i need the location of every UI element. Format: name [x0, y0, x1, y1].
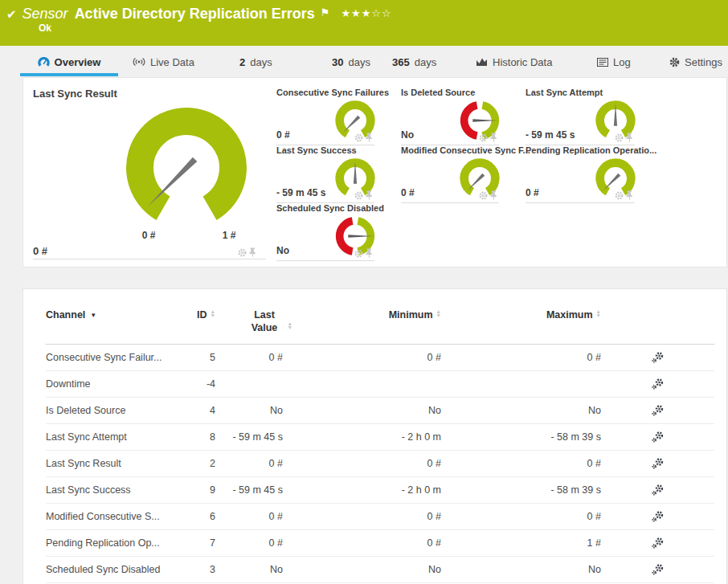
table-header-row: Channel▼ ID▲▼ Last Value▲▼ Minimum▲▼ Max… [46, 289, 714, 345]
table-row: Consecutive Sync Failur... 5 0 # 0 # 0 # [46, 345, 714, 371]
tab-log[interactable]: Log [597, 53, 631, 71]
cell-maximum: 1 # [441, 530, 601, 557]
table-row: Downtime -4 [46, 371, 714, 398]
tab-2-days[interactable]: 2days [239, 53, 272, 71]
tab-30-days[interactable]: 30days [332, 53, 370, 71]
cell-minimum: 0 # [283, 504, 441, 530]
cell-last-value: No [215, 398, 283, 424]
column-header-last-value[interactable]: Last Value▲▼ [215, 289, 283, 345]
gauge-tile-actions [238, 247, 256, 257]
tab-live-data[interactable]: Live Data [133, 53, 194, 71]
cell-channel: Scheduled Sync Disabled [46, 557, 182, 583]
cell-channel: Downtime [46, 371, 182, 398]
cell-minimum: - 2 h 0 m [283, 477, 441, 504]
status-badge: Ok [39, 22, 51, 34]
gauge-pin-icon[interactable] [490, 133, 497, 142]
channel-settings-icon[interactable] [651, 537, 665, 549]
cell-id: 4 [182, 398, 215, 424]
gauge-settings-gear-icon[interactable] [479, 191, 488, 200]
cell-actions [601, 451, 714, 477]
gauge-settings-gear-icon[interactable] [238, 248, 247, 257]
sort-arrows-icon: ▲▼ [211, 310, 215, 317]
gauge-tile-actions [479, 190, 497, 200]
table-row: Last Sync Success 9 - 59 m 45 s - 2 h 0 … [46, 477, 714, 504]
last-sync-result-gauge [112, 100, 261, 239]
priority-stars[interactable]: ★★★☆☆ [341, 7, 391, 19]
channel-settings-icon[interactable] [651, 351, 665, 364]
table-row: Last Sync Attempt 8 - 59 m 45 s - 2 h 0 … [46, 424, 714, 451]
cell-maximum [441, 371, 601, 398]
cell-actions [601, 371, 714, 398]
gauge-value: 0 # [276, 129, 290, 141]
gauge-tile-last-sync-attempt: Last Sync Attempt - 59 m 45 s [526, 88, 635, 145]
gauge-pin-icon[interactable] [626, 190, 633, 200]
flag-icon[interactable]: ⚑ [321, 6, 330, 18]
pin-icon [490, 133, 497, 142]
tab-365-days[interactable]: 365days [392, 53, 436, 71]
prtg-sensor-page: ✔ Sensor Active Directory Replication Er… [0, 0, 728, 584]
tab-historic-data[interactable]: Historic Data [476, 53, 552, 71]
gauge-settings-gear-icon[interactable] [354, 249, 363, 258]
column-header-actions [601, 289, 714, 345]
cell-maximum: No [441, 557, 601, 583]
gauge-settings-gear-icon[interactable] [615, 133, 624, 142]
gear-icon [354, 133, 363, 142]
column-header-channel[interactable]: Channel▼ [46, 289, 182, 345]
cell-maximum: 0 # [441, 451, 601, 477]
pin-icon [366, 133, 373, 142]
gear-icon [479, 191, 488, 200]
cell-maximum: 0 # [441, 345, 601, 371]
settings-gear-icon [669, 57, 680, 67]
status-check-icon: ✔ [6, 7, 17, 22]
channels-panel: Channel▼ ID▲▼ Last Value▲▼ Minimum▲▼ Max… [22, 288, 727, 584]
gauge-settings-gear-icon[interactable] [354, 191, 363, 200]
channel-settings-icon[interactable] [651, 457, 665, 470]
gauge-pin-icon[interactable] [366, 190, 373, 200]
cell-minimum: No [283, 398, 441, 424]
cell-minimum: 0 # [283, 345, 441, 371]
channel-settings-gear-icon [651, 431, 665, 443]
gauge-tile-actions [615, 133, 633, 142]
channel-settings-icon[interactable] [651, 563, 665, 576]
gauge-settings-gear-icon[interactable] [354, 133, 363, 142]
cell-id: 5 [182, 345, 215, 371]
column-header-minimum[interactable]: Minimum▲▼ [283, 289, 441, 345]
pin-icon [366, 190, 373, 200]
channel-settings-icon[interactable] [651, 484, 665, 496]
column-header-id[interactable]: ID▲▼ [182, 289, 215, 345]
gauge-pin-icon[interactable] [490, 190, 497, 200]
gauge-tile-pending-replication-operatio: Pending Replication Operatio... 0 # [526, 145, 635, 203]
gauge-value: No [401, 129, 414, 141]
channel-settings-icon[interactable] [651, 510, 665, 523]
cell-minimum: - 2 h 0 m [283, 424, 441, 451]
gauge-pin-icon[interactable] [249, 247, 256, 257]
column-header-maximum[interactable]: Maximum▲▼ [441, 289, 601, 345]
cell-maximum: - 58 m 39 s [441, 477, 601, 504]
cell-actions [601, 398, 714, 424]
cell-channel: Consecutive Sync Failur... [46, 345, 182, 371]
gauge-title: Modified Consecutive Sync F... [401, 145, 499, 155]
sort-arrows-icon: ▲▼ [596, 310, 601, 317]
gauge-title: Last Sync Result [33, 88, 266, 100]
gear-icon [615, 191, 624, 200]
gauge-tile-actions [354, 248, 373, 258]
gauge-pin-icon[interactable] [626, 133, 633, 142]
channel-settings-icon[interactable] [651, 404, 665, 417]
channel-settings-icon[interactable] [651, 378, 665, 390]
cell-id: 2 [182, 451, 215, 477]
cell-last-value: - 59 m 45 s [215, 424, 283, 451]
sort-desc-icon: ▼ [90, 312, 96, 319]
channel-settings-icon[interactable] [651, 431, 665, 443]
gauge-pin-icon[interactable] [366, 133, 373, 142]
channel-settings-gear-icon [651, 378, 665, 390]
cell-minimum: 0 # [283, 451, 441, 477]
tab-overview[interactable]: Overview [20, 51, 118, 76]
tab-settings[interactable]: Settings [669, 53, 722, 71]
gauge-pin-icon[interactable] [366, 248, 373, 258]
gauge-settings-gear-icon[interactable] [615, 191, 624, 200]
cell-actions [601, 477, 714, 504]
cell-id: 3 [182, 557, 215, 583]
log-icon [597, 58, 608, 67]
gauge-settings-gear-icon[interactable] [479, 133, 488, 142]
cell-maximum: No [441, 398, 601, 424]
